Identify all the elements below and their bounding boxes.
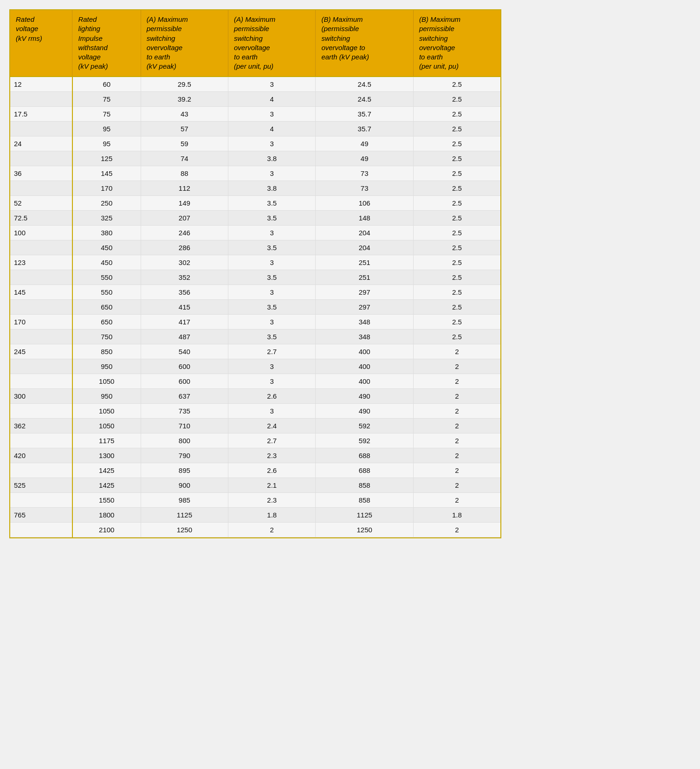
cell-value: 2.5 bbox=[413, 299, 500, 314]
cell-rated-voltage bbox=[10, 299, 72, 314]
cell-value: 688 bbox=[316, 463, 413, 478]
cell-value: 60 bbox=[72, 77, 141, 92]
col-header-lightning-impulse: RatedlightingImpulsewithstandvoltage(kV … bbox=[72, 10, 141, 77]
cell-value: 3.5 bbox=[228, 299, 316, 314]
cell-value: 2.5 bbox=[413, 284, 500, 299]
cell-value: 1125 bbox=[141, 507, 228, 522]
cell-rated-voltage: 12 bbox=[10, 77, 72, 92]
cell-value: 2.5 bbox=[413, 181, 500, 195]
cell-rated-voltage bbox=[10, 463, 72, 478]
table-row: 4502863.52042.5 bbox=[10, 240, 500, 255]
cell-value: 297 bbox=[316, 299, 413, 314]
cell-value: 1300 bbox=[72, 448, 141, 463]
cell-value: 3.5 bbox=[228, 195, 316, 210]
cell-value: 450 bbox=[72, 240, 141, 255]
cell-value: 592 bbox=[316, 418, 413, 433]
cell-value: 637 bbox=[141, 388, 228, 403]
cell-rated-voltage: 420 bbox=[10, 448, 72, 463]
table-row: 9557435.72.5 bbox=[10, 121, 500, 136]
cell-value: 43 bbox=[141, 106, 228, 121]
cell-value: 2.5 bbox=[413, 77, 500, 92]
cell-rated-voltage: 245 bbox=[10, 344, 72, 359]
cell-value: 2.1 bbox=[228, 478, 316, 492]
cell-value: 3 bbox=[228, 374, 316, 388]
cell-value: 149 bbox=[141, 195, 228, 210]
cell-value: 950 bbox=[72, 359, 141, 374]
table-row: 42013007902.36882 bbox=[10, 448, 500, 463]
cell-value: 302 bbox=[141, 255, 228, 270]
table-row: 17065041733482.5 bbox=[10, 314, 500, 329]
cell-value: 3 bbox=[228, 166, 316, 181]
cell-value: 251 bbox=[316, 270, 413, 284]
cell-value: 858 bbox=[316, 492, 413, 507]
cell-value: 251 bbox=[316, 255, 413, 270]
cell-value: 900 bbox=[141, 478, 228, 492]
table-row: 6504153.52972.5 bbox=[10, 299, 500, 314]
cell-value: 24.5 bbox=[316, 77, 413, 92]
table-row: 765180011251.811251.8 bbox=[10, 507, 500, 522]
table-row: 36145883732.5 bbox=[10, 166, 500, 181]
table-row: 21001250212502 bbox=[10, 522, 500, 537]
cell-value: 1425 bbox=[72, 463, 141, 478]
cell-value: 1250 bbox=[141, 522, 228, 537]
cell-value: 650 bbox=[72, 314, 141, 329]
table-row: 3009506372.64902 bbox=[10, 388, 500, 403]
cell-value: 88 bbox=[141, 166, 228, 181]
cell-value: 3 bbox=[228, 255, 316, 270]
cell-value: 600 bbox=[141, 374, 228, 388]
cell-value: 3 bbox=[228, 403, 316, 418]
cell-value: 688 bbox=[316, 448, 413, 463]
cell-value: 2.5 bbox=[413, 329, 500, 344]
table-row: 17.57543335.72.5 bbox=[10, 106, 500, 121]
cell-rated-voltage bbox=[10, 151, 72, 166]
cell-value: 2 bbox=[413, 478, 500, 492]
cell-value: 1050 bbox=[72, 418, 141, 433]
cell-value: 1125 bbox=[316, 507, 413, 522]
cell-rated-voltage bbox=[10, 522, 72, 537]
cell-value: 400 bbox=[316, 344, 413, 359]
cell-rated-voltage: 36 bbox=[10, 166, 72, 181]
table-row: 5503523.52512.5 bbox=[10, 270, 500, 284]
table-row: 2458505402.74002 bbox=[10, 344, 500, 359]
cell-value: 2 bbox=[413, 388, 500, 403]
col-header-a-switching-kv: (A) Maximumpermissibleswitchingovervolta… bbox=[141, 10, 228, 77]
cell-value: 49 bbox=[316, 136, 413, 151]
cell-value: 950 bbox=[72, 388, 141, 403]
cell-value: 2.5 bbox=[413, 314, 500, 329]
table-row: 2495593492.5 bbox=[10, 136, 500, 151]
cell-value: 710 bbox=[141, 418, 228, 433]
cell-value: 125 bbox=[72, 151, 141, 166]
cell-value: 352 bbox=[141, 270, 228, 284]
cell-value: 59 bbox=[141, 136, 228, 151]
col-header-b-switching-kv: (B) Maximum(permissibleswitchingovervolt… bbox=[316, 10, 413, 77]
cell-value: 450 bbox=[72, 255, 141, 270]
cell-value: 204 bbox=[316, 240, 413, 255]
cell-value: 49 bbox=[316, 151, 413, 166]
cell-value: 2 bbox=[413, 418, 500, 433]
cell-value: 2.5 bbox=[413, 136, 500, 151]
cell-value: 207 bbox=[141, 210, 228, 225]
cell-value: 348 bbox=[316, 314, 413, 329]
cell-rated-voltage: 24 bbox=[10, 136, 72, 151]
cell-value: 356 bbox=[141, 284, 228, 299]
cell-rated-voltage bbox=[10, 359, 72, 374]
cell-rated-voltage bbox=[10, 181, 72, 195]
cell-value: 400 bbox=[316, 359, 413, 374]
cell-value: 3 bbox=[228, 314, 316, 329]
cell-value: 600 bbox=[141, 359, 228, 374]
table-row: 105060034002 bbox=[10, 374, 500, 388]
cell-rated-voltage bbox=[10, 374, 72, 388]
cell-value: 2 bbox=[413, 448, 500, 463]
cell-value: 415 bbox=[141, 299, 228, 314]
col-header-a-switching-pu: (A) Maximumpermissibleswitchingovervolta… bbox=[228, 10, 316, 77]
cell-value: 286 bbox=[141, 240, 228, 255]
table-row: 11758002.75922 bbox=[10, 433, 500, 448]
col-header-b-switching-pu: (B) Maximumpermissibleswitchingovervolta… bbox=[413, 10, 500, 77]
table-body: 126029.5324.52.57539.2424.52.517.5754333… bbox=[10, 77, 500, 537]
cell-value: 2 bbox=[228, 522, 316, 537]
table-row: 52514259002.18582 bbox=[10, 478, 500, 492]
cell-rated-voltage: 362 bbox=[10, 418, 72, 433]
cell-value: 1425 bbox=[72, 478, 141, 492]
cell-value: 3.5 bbox=[228, 329, 316, 344]
table-row: 522501493.51062.5 bbox=[10, 195, 500, 210]
